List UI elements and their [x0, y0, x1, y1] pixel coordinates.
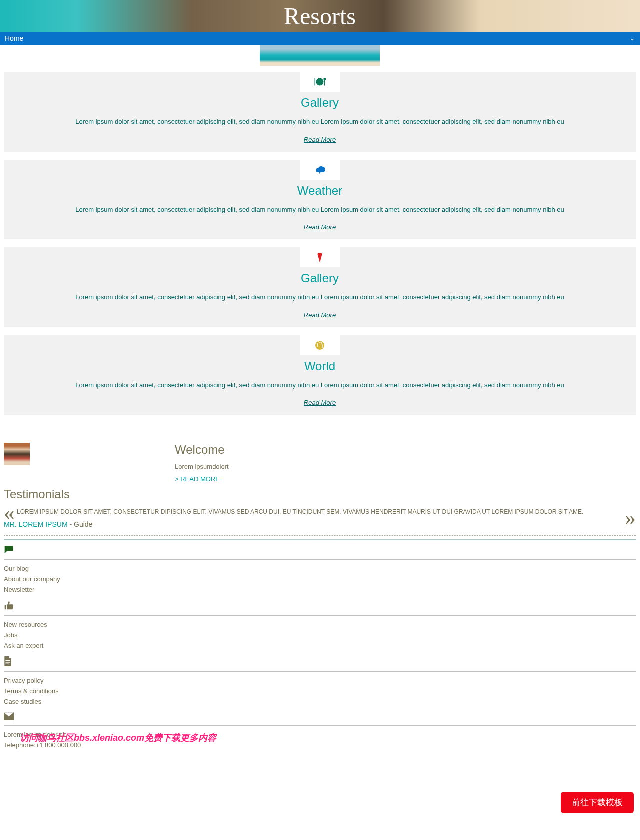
- nav-home-link[interactable]: Home: [5, 34, 24, 42]
- quote-left-icon: «: [4, 500, 15, 526]
- footer-link[interactable]: New resources: [4, 621, 636, 628]
- food-icon: [300, 72, 340, 92]
- card-title: World: [12, 359, 628, 373]
- svg-rect-7: [6, 664, 9, 664]
- card-desc: Lorem ipsum dolor sit amet, consectetuer…: [12, 380, 628, 390]
- footer-link[interactable]: Our blog: [4, 565, 636, 572]
- quote-right-icon: »: [625, 505, 636, 531]
- file-icon: [4, 656, 12, 666]
- card-gallery2: Gallery Lorem ipsum dolor sit amet, cons…: [4, 247, 636, 327]
- read-more-link[interactable]: Read More: [304, 311, 336, 319]
- card-world: World Lorem ipsum dolor sit amet, consec…: [4, 335, 636, 415]
- card-title: Gallery: [12, 271, 628, 285]
- icecream-icon: [300, 247, 340, 267]
- header-banner: Resorts: [0, 0, 640, 32]
- cards-container: Gallery Lorem ipsum dolor sit amet, cons…: [0, 66, 640, 415]
- cloud-icon: [300, 160, 340, 180]
- card-title: Weather: [12, 184, 628, 198]
- quote-author: MR. LOREM IPSUM - Guide: [4, 520, 636, 528]
- footer-col-3: Privacy policy Terms & conditions Case s…: [0, 654, 640, 710]
- footer-link[interactable]: Jobs: [4, 631, 636, 639]
- envelope-icon: [4, 712, 14, 720]
- welcome-title: Welcome: [175, 443, 229, 457]
- divider-dotted: [4, 535, 636, 536]
- svg-rect-5: [6, 660, 10, 661]
- footer-link[interactable]: Terms & conditions: [4, 687, 636, 695]
- welcome-section: Welcome Lorem ipsumdolort > READ MORE: [0, 423, 640, 483]
- logo: Resorts: [284, 2, 356, 30]
- footer-link[interactable]: Ask an expert: [4, 642, 636, 649]
- svg-rect-3: [324, 78, 326, 81]
- card-desc: Lorem ipsum dolor sit amet, consectetuer…: [12, 292, 628, 302]
- read-more-link[interactable]: Read More: [304, 399, 336, 406]
- comment-icon: [4, 544, 14, 554]
- hero-wrap: [0, 45, 640, 66]
- card-desc: Lorem ipsum dolor sit amet, consectetuer…: [12, 205, 628, 215]
- card-title: Gallery: [12, 96, 628, 110]
- svg-rect-6: [6, 662, 10, 662]
- read-more-link[interactable]: Read More: [304, 136, 336, 143]
- card-weather: Weather Lorem ipsum dolor sit amet, cons…: [4, 160, 636, 240]
- footer-col-4: Lorem ipsum dolor sit, Telephone:+1 800 …: [0, 710, 640, 754]
- hero-image: [260, 45, 380, 66]
- card-gallery: Gallery Lorem ipsum dolor sit amet, cons…: [4, 72, 636, 152]
- footer-link[interactable]: Privacy policy: [4, 677, 636, 684]
- avatar: [4, 443, 30, 465]
- card-desc: Lorem ipsum dolor sit amet, consectetuer…: [12, 117, 628, 127]
- svg-rect-0: [315, 78, 316, 86]
- testimonials-title: Testimonials: [4, 487, 636, 501]
- footer-link[interactable]: About our company: [4, 575, 636, 583]
- footer-col-1: Our blog About our company Newsletter: [0, 542, 640, 598]
- welcome-read-more-link[interactable]: > READ MORE: [175, 475, 220, 483]
- read-more-link[interactable]: Read More: [304, 223, 336, 231]
- footer-link[interactable]: Case studies: [4, 698, 636, 705]
- welcome-text: Lorem ipsumdolort: [175, 463, 229, 470]
- testimonials-section: Testimonials « LOREM IPSUM DOLOR SIT AME…: [0, 483, 640, 540]
- thumbs-up-icon: [4, 600, 14, 610]
- navbar: Home ⌄: [0, 32, 640, 45]
- svg-point-1: [316, 78, 324, 86]
- divider-gradient: [4, 539, 636, 540]
- globe-icon: [300, 335, 340, 355]
- chevron-down-icon[interactable]: ⌄: [630, 35, 635, 42]
- footer-col-2: New resources Jobs Ask an expert: [0, 598, 640, 654]
- watermark-text: 访问咖鸟社区bbs.xleniao.com免费下载更多内容: [20, 732, 216, 744]
- quote-text: LOREM IPSUM DOLOR SIT AMET, CONSECTETUR …: [9, 503, 631, 520]
- footer-link[interactable]: Newsletter: [4, 586, 636, 593]
